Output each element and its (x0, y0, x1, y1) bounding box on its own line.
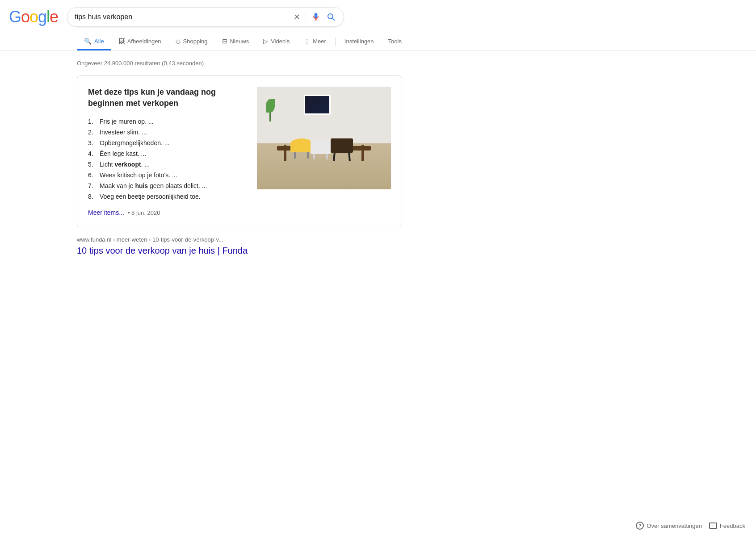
list-item: 3. Opbergmogelijkheden. ... (88, 138, 246, 148)
search-input[interactable]: tips huis verkopen (75, 13, 289, 21)
search-divider (306, 12, 306, 22)
tab-shopping[interactable]: ◇ Shopping (168, 33, 215, 50)
chair-dark (331, 138, 353, 161)
chair-seat (311, 147, 331, 154)
list-item: 8. Voeg een beetje persoonlijkheid toe. (88, 191, 246, 202)
list-text: Maak van je huis geen plaats delict. ... (100, 182, 207, 189)
snippet-date: • 8 jun. 2020 (128, 209, 160, 216)
table-leg-left (284, 145, 286, 161)
logo-letter-g1: G (9, 8, 21, 26)
tab-videos[interactable]: ▷ Video's (256, 33, 297, 50)
tab-instellingen[interactable]: Instellingen (337, 33, 381, 50)
voice-search-button[interactable] (311, 12, 321, 22)
search-icon: 🔍 (84, 38, 92, 45)
result-url: www.funda.nl › meer-weten › 10-tips-voor… (77, 236, 345, 243)
tab-meer[interactable]: ⋮ Meer (297, 33, 333, 50)
list-item: 5. Licht verkoopt. ... (88, 159, 246, 170)
chair-seat (290, 144, 313, 152)
list-num: 5. (88, 161, 97, 168)
results-count: Ongeveer 24.900.000 resultaten (0,43 sec… (77, 60, 402, 67)
logo-letter-e: e (50, 8, 58, 26)
tab-alle-label: Alle (94, 38, 104, 45)
table-leg-right (361, 145, 364, 161)
tab-videos-label: Video's (271, 38, 290, 45)
search-bar: tips huis verkopen ✕ (67, 7, 344, 27)
list-num: 4. (88, 150, 97, 157)
chair-white (311, 139, 331, 159)
nav-tabs: 🔍 Alle 🖼 Afbeeldingen ◇ Shopping ⊟ Nieuw… (0, 31, 756, 51)
logo-letter-o2: o (29, 8, 38, 26)
snippet-content: Met deze tips kun je vandaag nog beginne… (88, 87, 391, 216)
bold-text: huis (135, 182, 148, 189)
tab-tools[interactable]: Tools (381, 33, 409, 50)
list-text: Investeer slim. ... (100, 129, 147, 136)
list-num: 3. (88, 139, 97, 146)
chair-leg-left (333, 153, 336, 161)
search-submit-button[interactable] (326, 12, 336, 22)
wall-art-inner (305, 96, 329, 113)
header: Google tips huis verkopen ✕ (0, 0, 756, 31)
snippet-title: Met deze tips kun je vandaag nog beginne… (88, 87, 246, 109)
list-item: 1. Fris je muren op. ... (88, 116, 246, 127)
image-icon: 🖼 (118, 38, 125, 45)
tab-tools-label: Tools (388, 38, 402, 45)
list-item: 7. Maak van je huis geen plaats delict. … (88, 180, 246, 191)
tab-nieuws[interactable]: ⊟ Nieuws (215, 33, 256, 50)
clear-button[interactable]: ✕ (293, 11, 301, 23)
bold-text: verkoopt (114, 161, 141, 168)
search-icons: ✕ (293, 11, 336, 23)
snippet-image (257, 87, 391, 189)
list-text: Licht verkoopt. ... (100, 161, 150, 168)
chair-leg-left (313, 154, 315, 159)
list-text: Wees kritisch op je foto's. ... (100, 171, 177, 179)
meer-items-link[interactable]: Meer items... (88, 209, 124, 216)
list-num: 2. (88, 129, 97, 136)
featured-snippet-card: Met deze tips kun je vandaag nog beginne… (77, 75, 402, 227)
tab-shopping-label: Shopping (183, 38, 208, 45)
chair-leg-right (307, 152, 309, 159)
tab-instellingen-label: Instellingen (344, 38, 374, 45)
list-text: Voeg een beetje persoonlijkheid toe. (100, 193, 201, 200)
google-logo: Google (9, 8, 58, 26)
snippet-footer: Meer items... • 8 jun. 2020 (88, 209, 246, 216)
tab-afbeeldingen[interactable]: 🖼 Afbeeldingen (111, 33, 168, 50)
list-num: 6. (88, 171, 97, 179)
list-text: Éen lege kast. ... (100, 150, 146, 157)
plant (264, 99, 277, 121)
list-num: 1. (88, 118, 97, 125)
chair-leg-right (348, 153, 351, 161)
list-text: Fris je muren op. ... (100, 118, 154, 125)
list-num: 7. (88, 182, 97, 189)
svg-line-1 (332, 18, 335, 21)
video-icon: ▷ (263, 38, 268, 45)
news-icon: ⊟ (222, 38, 227, 45)
list-text: Opbergmogelijkheden. ... (100, 139, 169, 146)
list-num: 8. (88, 193, 97, 200)
room-scene (257, 87, 391, 189)
wall-art (304, 95, 331, 115)
chair-yellow (290, 138, 313, 159)
list-item: 6. Wees kritisch op je foto's. ... (88, 170, 246, 180)
chair-seat (331, 145, 353, 153)
plant-leaf (266, 99, 275, 113)
more-icon: ⋮ (304, 38, 310, 45)
snippet-text: Met deze tips kun je vandaag nog beginne… (88, 87, 246, 216)
list-item: 4. Éen lege kast. ... (88, 148, 246, 159)
search-result-1: www.funda.nl › meer-weten › 10-tips-voor… (77, 236, 345, 256)
logo-letter-g2: g (38, 8, 46, 26)
tab-nieuws-label: Nieuws (230, 38, 249, 45)
tab-afbeeldingen-label: Afbeeldingen (127, 38, 161, 45)
snippet-list: 1. Fris je muren op. ... 2. Investeer sl… (88, 116, 246, 202)
chair-leg-left (294, 152, 296, 159)
tab-meer-label: Meer (313, 38, 326, 45)
results-area: Ongeveer 24.900.000 resultaten (0,43 sec… (0, 51, 402, 265)
logo-letter-o1: o (21, 8, 29, 26)
list-item: 2. Investeer slim. ... (88, 127, 246, 138)
chair-leg-right (326, 154, 328, 159)
nav-divider (335, 38, 336, 46)
result-title-link[interactable]: 10 tips voor de verkoop van je huis | Fu… (77, 246, 248, 255)
tab-alle[interactable]: 🔍 Alle (77, 33, 111, 50)
shopping-icon: ◇ (176, 38, 181, 45)
